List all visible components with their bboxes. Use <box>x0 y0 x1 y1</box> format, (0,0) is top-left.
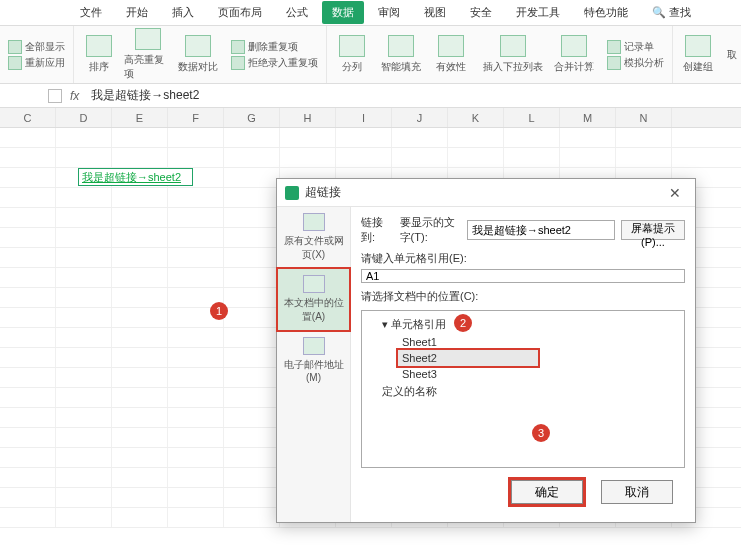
fx-label[interactable]: fx <box>70 89 79 103</box>
compare-label: 数据对比 <box>178 60 218 74</box>
linkto-email[interactable]: 电子邮件地址(M) <box>277 331 350 389</box>
filter-reapply[interactable]: 重新应用 <box>8 56 65 70</box>
file-web-icon <box>303 213 325 231</box>
reject-dup-button[interactable]: 拒绝录入重复项 <box>231 56 318 70</box>
group-button[interactable]: 创建组 <box>673 26 723 83</box>
record-form-button[interactable]: 记录单 <box>607 40 664 54</box>
col-header[interactable]: E <box>112 108 168 127</box>
tab-file[interactable]: 文件 <box>70 1 112 24</box>
hyperlink-dialog: 超链接 ✕ 原有文件或网页(X) 本文档中的位置(A) 电子邮件地址(M) 链接… <box>276 178 696 523</box>
remove-dup-icon <box>231 40 245 54</box>
sort-button[interactable]: 排序 <box>74 26 124 83</box>
tab-layout[interactable]: 页面布局 <box>208 1 272 24</box>
smartfill-icon <box>388 35 414 57</box>
text-to-columns-button[interactable]: 分列 <box>327 26 377 83</box>
col-header[interactable]: J <box>392 108 448 127</box>
funnel-icon <box>8 40 22 54</box>
consolidate-label: 合并计算 <box>554 60 594 74</box>
group-cancel-label: 取 <box>727 48 737 62</box>
highlight-icon <box>135 28 161 50</box>
flash-fill-button[interactable]: 智能填充 <box>377 26 427 83</box>
cancel-button[interactable]: 取消 <box>601 480 673 504</box>
cell-ref-label: 请键入单元格引用(E): <box>361 251 467 266</box>
linkto-place-in-doc[interactable]: 本文档中的位置(A) <box>276 267 351 332</box>
record-form-label: 记录单 <box>624 40 654 54</box>
tab-review[interactable]: 审阅 <box>368 1 410 24</box>
close-icon[interactable]: ✕ <box>663 185 687 201</box>
cell-ref-input[interactable] <box>361 269 685 283</box>
email-icon <box>303 337 325 355</box>
whatif-icon <box>607 56 621 70</box>
split-label: 分列 <box>342 60 362 74</box>
sort-icon <box>86 35 112 57</box>
tab-data[interactable]: 数据 <box>322 1 364 24</box>
highlight-dup-button[interactable]: 高亮重复项 <box>124 26 174 83</box>
column-headers: C D E F G H I J K L M N <box>0 108 741 128</box>
formula-input[interactable]: 我是超链接→sheet2 <box>87 85 693 106</box>
consolidate-icon <box>561 35 587 57</box>
tab-search[interactable]: 🔍 查找 <box>642 1 701 24</box>
tree-item-sheet3[interactable]: Sheet3 <box>398 366 678 382</box>
col-header[interactable]: G <box>224 108 280 127</box>
col-header[interactable]: F <box>168 108 224 127</box>
tab-special[interactable]: 特色功能 <box>574 1 638 24</box>
name-box-icon[interactable] <box>48 89 62 103</box>
menu-tabs: 文件 开始 插入 页面布局 公式 数据 审阅 视图 安全 开发工具 特色功能 🔍… <box>0 0 741 26</box>
formula-bar: fx 我是超链接→sheet2 <box>0 84 741 108</box>
compare-icon <box>185 35 211 57</box>
tree-item-sheet2[interactable]: Sheet2 <box>398 350 538 366</box>
annotation-marker-3: 3 <box>532 424 550 442</box>
search-icon: 🔍 <box>652 6 666 18</box>
col-header[interactable]: K <box>448 108 504 127</box>
insert-dropdown-button[interactable]: 插入下拉列表 <box>476 26 550 83</box>
consolidate-button[interactable]: 合并计算 <box>549 26 599 83</box>
annotation-marker-1: 1 <box>210 302 228 320</box>
group-icon <box>685 35 711 57</box>
tree-node-cellref[interactable]: ▾ 单元格引用 <box>368 315 678 334</box>
tree-item-sheet1[interactable]: Sheet1 <box>398 334 678 350</box>
tab-dev[interactable]: 开发工具 <box>506 1 570 24</box>
whatif-label: 模拟分析 <box>624 56 664 70</box>
tab-security[interactable]: 安全 <box>460 1 502 24</box>
linkto-place-label: 本文档中的位置(A) <box>284 297 344 322</box>
tab-insert[interactable]: 插入 <box>162 1 204 24</box>
link-to-label: 链接到: <box>361 215 388 245</box>
filter-show-all[interactable]: 全部显示 <box>8 40 65 54</box>
link-to-sidebar: 原有文件或网页(X) 本文档中的位置(A) 电子邮件地址(M) <box>277 207 351 522</box>
document-place-tree[interactable]: ▾ 单元格引用 Sheet1 Sheet2 Sheet3 定义的名称 <box>361 310 685 468</box>
tab-formula[interactable]: 公式 <box>276 1 318 24</box>
remove-dup-button[interactable]: 删除重复项 <box>231 40 318 54</box>
dialog-titlebar: 超链接 ✕ <box>277 179 695 207</box>
col-header[interactable]: M <box>560 108 616 127</box>
col-header[interactable]: N <box>616 108 672 127</box>
validity-button[interactable]: 有效性 <box>426 26 476 83</box>
reject-dup-icon <box>231 56 245 70</box>
active-cell[interactable]: 我是超链接→sheet2 <box>78 168 193 186</box>
col-header[interactable]: I <box>336 108 392 127</box>
ok-button[interactable]: 确定 <box>511 480 583 504</box>
tree-node-defined-names[interactable]: 定义的名称 <box>368 382 678 401</box>
linkto-email-label: 电子邮件地址(M) <box>284 359 344 383</box>
tab-view[interactable]: 视图 <box>414 1 456 24</box>
validity-label: 有效性 <box>436 60 466 74</box>
data-compare-button[interactable]: 数据对比 <box>173 26 223 83</box>
display-text-input[interactable] <box>467 220 615 240</box>
linkto-existing-label: 原有文件或网页(X) <box>284 235 344 260</box>
app-icon <box>285 186 299 200</box>
choose-place-label: 请选择文档中的位置(C): <box>361 289 685 304</box>
group-cancel-button[interactable]: 取 <box>723 26 741 83</box>
document-place-icon <box>303 275 325 293</box>
filter-show-all-label: 全部显示 <box>25 40 65 54</box>
col-header[interactable]: C <box>0 108 56 127</box>
validity-icon <box>438 35 464 57</box>
what-if-button[interactable]: 模拟分析 <box>607 56 664 70</box>
col-header[interactable]: D <box>56 108 112 127</box>
linkto-existing-file[interactable]: 原有文件或网页(X) <box>277 207 350 268</box>
col-header[interactable]: L <box>504 108 560 127</box>
col-header[interactable]: H <box>280 108 336 127</box>
screen-tip-button[interactable]: 屏幕提示(P)... <box>621 220 685 240</box>
reject-dup-label: 拒绝录入重复项 <box>248 56 318 70</box>
sort-label: 排序 <box>89 60 109 74</box>
tree-node-defined-names-label: 定义的名称 <box>382 385 437 397</box>
tab-home[interactable]: 开始 <box>116 1 158 24</box>
